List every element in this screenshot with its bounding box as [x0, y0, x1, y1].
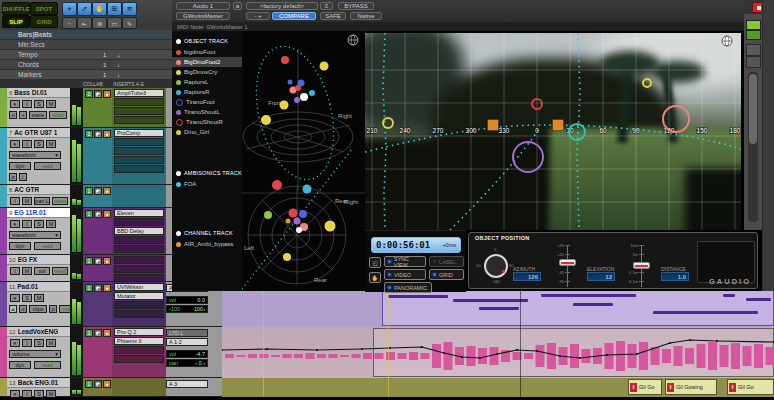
midi-note[interactable] — [653, 311, 758, 314]
collab-button-1[interactable]: ◩ — [94, 329, 102, 337]
mode-button-slip[interactable]: SLIP — [2, 15, 30, 28]
back-track-lane[interactable]: ‖Gil Go‖Gil Gowing‖Gil Go — [222, 378, 774, 397]
insert-slot-filled[interactable]: Eleven — [114, 209, 164, 217]
track-dyn-button[interactable]: dyn — [9, 361, 31, 369]
lcd-readout[interactable]: ‹100100› — [166, 305, 208, 313]
video-panorama-view[interactable]: 2102402703003300306090120150180 — [365, 33, 741, 230]
distance-slider[interactable]: 10m5m1m0.5m0.1m — [625, 245, 659, 287]
track-automation-mode[interactable]: read — [34, 242, 61, 250]
track-opt-[interactable]: ⊥ — [19, 173, 27, 181]
collab-button-1[interactable]: ◩ — [94, 380, 102, 388]
collab-button-1[interactable]: ◩ — [94, 130, 102, 138]
insert-slot-empty[interactable] — [114, 355, 164, 363]
send-slot[interactable]: LTD L — [166, 329, 208, 337]
collab-button-0[interactable]: 1 — [85, 380, 93, 388]
track-name-row[interactable]: 8AC GTR — [7, 185, 70, 195]
object-track-item[interactable]: TiranoShoutL — [172, 107, 242, 117]
track-btn-solo[interactable]: S — [34, 140, 44, 148]
object-track-item[interactable]: FOA — [172, 179, 242, 189]
collab-button-2[interactable]: ● — [103, 187, 111, 195]
track-name[interactable]: AC GTR — [14, 186, 39, 193]
track-name-row[interactable]: 9EG 11R.01 — [7, 208, 70, 218]
track-btn-solo[interactable]: S — [22, 294, 32, 302]
scroll-options-button[interactable] — [746, 56, 761, 68]
send-slot[interactable]: A 1-2 — [166, 338, 208, 346]
track-name-row[interactable]: 7Ac GTR U87 1 — [7, 128, 70, 138]
track-btn-solo[interactable]: S — [34, 100, 44, 108]
attach-icon[interactable]: ◰ — [369, 257, 381, 268]
track-btn-record[interactable]: ● — [10, 100, 20, 108]
audio-clip[interactable]: ‖Gil Gowing — [665, 379, 717, 395]
track-btn-input[interactable]: I — [22, 339, 32, 347]
audio-clip[interactable]: ‖Gil Go — [628, 379, 662, 395]
insert-slot-filled[interactable]: UVIWrkstn — [114, 283, 164, 291]
track-name[interactable]: EG FX — [18, 256, 38, 263]
track-opt-read[interactable]: read — [49, 111, 67, 119]
track-btn-record[interactable]: ● — [10, 339, 20, 347]
elevation-slider[interactable]: +90+450-45-90 — [551, 245, 585, 287]
lcd-readout[interactable]: vol-4.7 — [166, 350, 208, 358]
elevation-value[interactable]: 12 — [587, 272, 615, 281]
collab-button-0[interactable]: 1 — [85, 257, 93, 265]
plugin-preset-selector[interactable]: <factory default> — [246, 2, 318, 10]
track-opt-[interactable]: + — [19, 111, 27, 119]
track-btn-input[interactable]: I — [22, 140, 32, 148]
collab-button-2[interactable]: ● — [103, 90, 111, 98]
vertical-scrollbar[interactable] — [748, 72, 758, 222]
collab-button-2[interactable]: ● — [103, 329, 111, 337]
edit-tool2-1[interactable]: ⇤ — [77, 17, 92, 29]
edit-tool-1[interactable]: ➚ — [77, 2, 92, 16]
edit-tool2-0[interactable]: ↔ — [62, 17, 77, 29]
track-view-selector[interactable]: volume▾ — [9, 350, 61, 358]
track-btn-solo[interactable]: S — [34, 220, 44, 228]
insert-slot-empty[interactable] — [114, 236, 164, 244]
midi-note[interactable] — [746, 298, 771, 301]
lcd-readout[interactable]: pan‹ 0 › — [166, 359, 208, 367]
track-name[interactable]: Ac GTR U87 1 — [14, 129, 57, 136]
scrollbar-thumb[interactable] — [749, 74, 757, 144]
collab-button-2[interactable]: ● — [103, 210, 111, 218]
object-track-item[interactable]: TiranoShoutR — [172, 117, 242, 127]
ruler-badge[interactable]: 1 — [103, 72, 106, 78]
track-btn-input[interactable]: I — [22, 220, 32, 228]
insert-slot-empty[interactable] — [114, 265, 164, 273]
insert-slot-empty[interactable] — [114, 256, 164, 264]
insert-slot-empty[interactable] — [114, 156, 164, 164]
collab-button-1[interactable]: ◩ — [94, 284, 102, 292]
collab-button-0[interactable]: 1 — [85, 284, 93, 292]
audio-clip[interactable]: ‖Gil Go — [727, 379, 774, 395]
plugin-auto-button[interactable]: a — [233, 2, 242, 10]
track-btn-input[interactable]: I — [22, 100, 32, 108]
midi-note[interactable] — [573, 303, 613, 306]
insert-slot-filled[interactable]: AmpliTube3 — [114, 89, 164, 97]
mode-button-spot[interactable]: SPOT — [30, 2, 58, 15]
collab-button-0[interactable]: 1 — [85, 130, 93, 138]
object-track-item[interactable]: BigDinosCry — [172, 67, 242, 77]
track-btn-record[interactable]: ● — [10, 140, 20, 148]
track-name[interactable]: Bass DI.01 — [14, 89, 47, 96]
track-dyn-button[interactable]: dyn — [9, 162, 31, 170]
track-dyn-button[interactable]: dyn — [9, 242, 31, 250]
track-name-row[interactable]: 13Back ENG.01 — [7, 378, 70, 388]
object-track-item[interactable]: BigDinoFoot2 — [172, 57, 242, 67]
distance-handle[interactable] — [633, 262, 650, 269]
insert-slot-empty[interactable] — [114, 346, 164, 354]
send-slot[interactable]: A 3 — [166, 380, 208, 388]
collab-button-0[interactable]: 1 — [85, 187, 93, 195]
insert-slot-empty[interactable] — [114, 107, 164, 115]
object-track-item[interactable]: TiranoFoot — [172, 97, 242, 107]
view-button-video[interactable]: VIDEO — [384, 269, 426, 280]
track-btn-mute[interactable]: M — [22, 197, 32, 205]
view-button-label[interactable]: LABEL — [429, 256, 464, 267]
edit-tool-2[interactable]: ✋ — [92, 2, 107, 16]
azimuth-value[interactable]: 126 — [513, 272, 541, 281]
insert-slot-filled[interactable]: Pro-Q 2 — [114, 328, 164, 336]
object-track-item[interactable]: RaptorsR — [172, 87, 242, 97]
track-btn-mute[interactable]: M — [46, 100, 56, 108]
edit-tool2-3[interactable]: ▭ — [107, 17, 122, 29]
track-btn-pan-l[interactable]: pan L — [34, 197, 50, 205]
insert-slot-empty[interactable] — [114, 310, 164, 318]
zoom-preset-button[interactable] — [746, 44, 761, 56]
track-name-row[interactable]: 11Pad.01 — [7, 282, 70, 292]
track-opt-[interactable]: ▲ — [9, 305, 17, 313]
